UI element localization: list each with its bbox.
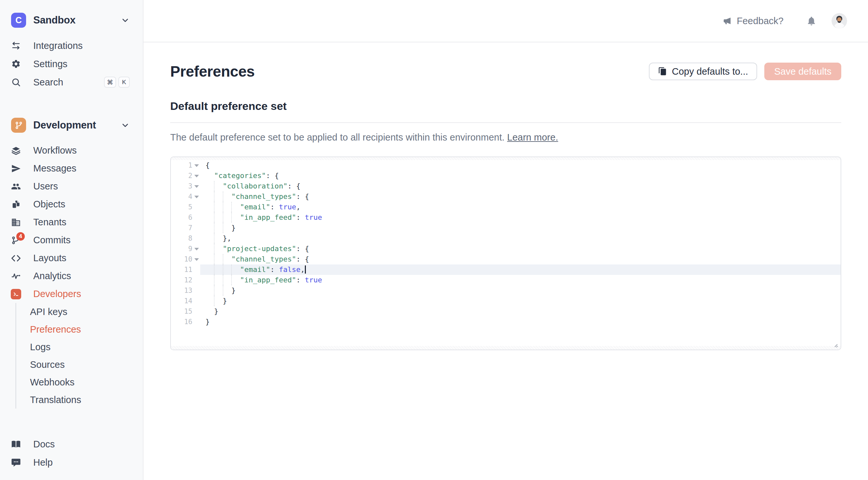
json-editor[interactable]: 1{2 "categories": {3 "collaboration": {4… — [170, 156, 841, 350]
fold-slot — [192, 275, 200, 285]
editor-line-6[interactable]: 6 "in_app_feed": true — [171, 212, 841, 223]
sidebar-subitem-preferences[interactable]: Preferences — [30, 321, 143, 338]
sidebar-item-tenants[interactable]: Tenants — [0, 213, 143, 231]
page-title: Preferences — [170, 63, 255, 80]
section-description: The default preference set to be applied… — [170, 132, 841, 143]
editor-line-13[interactable]: 13 } — [171, 285, 841, 296]
fold-slot — [192, 285, 200, 296]
sidebar-subitem-label: Logs — [30, 342, 51, 353]
sidebar-item-docs[interactable]: Docs — [0, 435, 143, 453]
fold-arrow-icon[interactable] — [194, 196, 199, 198]
line-number: 13 — [171, 285, 192, 296]
editor-code-text: "channel_types": { — [200, 191, 841, 202]
feedback-button[interactable]: Feedback? — [722, 16, 784, 26]
editor-resize-handle[interactable] — [831, 340, 838, 348]
copy-icon — [658, 67, 667, 76]
editor-code-text: "in_app_feed": true — [200, 275, 841, 285]
editor-line-3[interactable]: 3 "collaboration": { — [171, 181, 841, 191]
sidebar-item-messages[interactable]: Messages — [0, 159, 143, 177]
fold-arrow-icon[interactable] — [194, 175, 199, 177]
indent-guide — [223, 285, 223, 296]
editor-code-text: "channel_types": { — [200, 254, 841, 265]
sidebar-developers-subnav: API keysPreferencesLogsSourcesWebhooksTr… — [15, 303, 143, 409]
editor-line-11[interactable]: 11 "email": false, — [171, 265, 841, 275]
search-icon — [11, 77, 21, 87]
editor-code-text: "collaboration": { — [200, 181, 841, 191]
line-number: 2 — [171, 171, 192, 181]
indent-guide — [223, 265, 223, 275]
sidebar-item-layouts[interactable]: Layouts — [0, 249, 143, 267]
editor-line-14[interactable]: 14 } — [171, 296, 841, 306]
editor-line-12[interactable]: 12 "in_app_feed": true — [171, 275, 841, 285]
sidebar-subitem-api-keys[interactable]: API keys — [30, 303, 143, 321]
user-avatar[interactable] — [832, 13, 847, 29]
editor-line-9[interactable]: 9 "project-updates": { — [171, 244, 841, 254]
editor-line-5[interactable]: 5 "email": true, — [171, 202, 841, 212]
top-bar: Feedback? — [144, 0, 868, 42]
fold-slot — [192, 223, 200, 233]
sidebar-subitem-webhooks[interactable]: Webhooks — [30, 373, 143, 391]
line-number: 14 — [171, 296, 192, 306]
line-number: 10 — [171, 254, 192, 265]
sidebar-item-help[interactable]: Help — [0, 453, 143, 472]
line-number: 15 — [171, 306, 192, 317]
notifications-button[interactable] — [806, 16, 816, 26]
fold-slot — [192, 181, 200, 191]
editor-line-1[interactable]: 1{ — [171, 160, 841, 171]
fold-slot — [192, 160, 200, 171]
indent-guide — [223, 223, 223, 233]
fold-arrow-icon[interactable] — [194, 248, 199, 250]
fold-slot — [192, 317, 200, 327]
sidebar-item-label: Objects — [33, 199, 65, 210]
sidebar-item-settings[interactable]: Settings — [0, 55, 143, 73]
sidebar-item-search[interactable]: Search⌘K — [0, 73, 143, 91]
sidebar-item-users[interactable]: Users — [0, 177, 143, 195]
editor-line-7[interactable]: 7 } — [171, 223, 841, 233]
fold-arrow-icon[interactable] — [194, 258, 199, 261]
sidebar-item-developers[interactable]: Developers — [0, 285, 143, 303]
editor-line-8[interactable]: 8 }, — [171, 233, 841, 244]
sidebar-item-label: Search — [33, 77, 63, 88]
fold-slot — [192, 244, 200, 254]
editor-code-text: "categories": { — [200, 171, 841, 181]
sidebar-item-analytics[interactable]: Analytics — [0, 267, 143, 285]
indent-guide — [214, 254, 215, 265]
sidebar-item-objects[interactable]: Objects — [0, 195, 143, 213]
environment-switcher[interactable]: Development — [11, 117, 130, 134]
save-defaults-button[interactable]: Save defaults — [764, 63, 841, 80]
learn-more-link[interactable]: Learn more. — [507, 132, 558, 143]
fold-arrow-icon[interactable] — [194, 164, 199, 167]
sidebar-top-nav: IntegrationsSettingsSearch⌘K — [0, 36, 143, 91]
sidebar: C Sandbox IntegrationsSettingsSearch⌘K D… — [0, 0, 144, 480]
sidebar-subitem-logs[interactable]: Logs — [30, 338, 143, 356]
editor-code-text: "email": false, — [200, 265, 841, 275]
editor-line-4[interactable]: 4 "channel_types": { — [171, 191, 841, 202]
copy-defaults-button[interactable]: Copy defaults to... — [649, 63, 757, 80]
editor-line-16[interactable]: 16} — [171, 317, 841, 327]
line-number: 9 — [171, 244, 192, 254]
commits-icon: 4 — [11, 235, 21, 245]
indent-guide — [214, 191, 215, 202]
workspace-switcher[interactable]: C Sandbox — [11, 12, 130, 29]
search-shortcut: ⌘K — [104, 77, 130, 88]
indent-guide — [214, 244, 215, 254]
fold-arrow-icon[interactable] — [194, 185, 199, 188]
sidebar-item-workflows[interactable]: Workflows — [0, 142, 143, 159]
sidebar-subitem-sources[interactable]: Sources — [30, 356, 143, 373]
sidebar-env-nav: WorkflowsMessagesUsersObjectsTenants4Com… — [0, 142, 143, 303]
sidebar-item-integrations[interactable]: Integrations — [0, 36, 143, 55]
editor-line-2[interactable]: 2 "categories": { — [171, 171, 841, 181]
sidebar-item-commits[interactable]: 4Commits — [0, 231, 143, 249]
fold-slot — [192, 265, 200, 275]
commits-count-badge: 4 — [16, 232, 25, 241]
fold-slot — [192, 306, 200, 317]
editor-texture — [171, 346, 841, 350]
editor-code-text: } — [200, 285, 841, 296]
sidebar-footer-nav: DocsHelp — [0, 435, 143, 472]
integrations-icon — [11, 41, 21, 51]
editor-line-10[interactable]: 10 "channel_types": { — [171, 254, 841, 265]
sidebar-subitem-translations[interactable]: Translations — [30, 391, 143, 409]
editor-code-text: "in_app_feed": true — [200, 212, 841, 223]
editor-line-15[interactable]: 15 } — [171, 306, 841, 317]
objects-icon — [11, 200, 21, 209]
